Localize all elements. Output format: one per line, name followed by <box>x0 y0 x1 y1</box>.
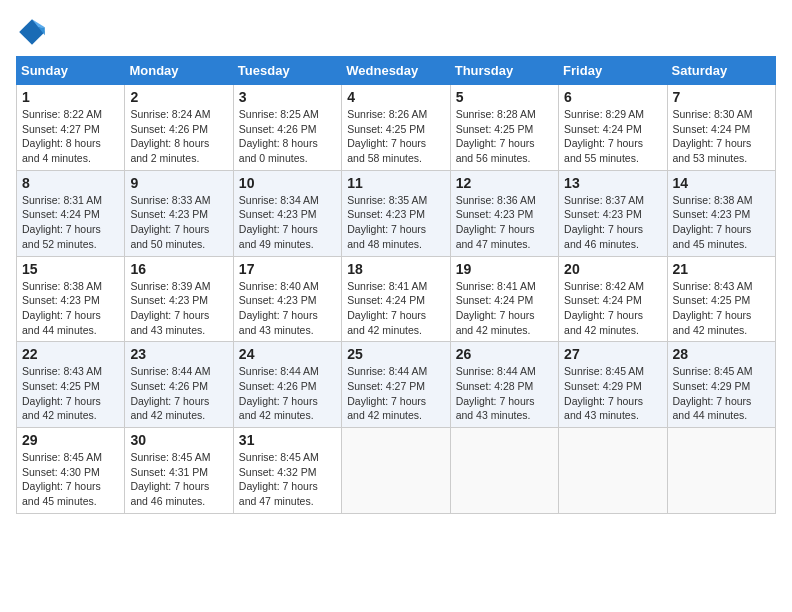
calendar-cell: 25Sunrise: 8:44 AM Sunset: 4:27 PM Dayli… <box>342 342 450 428</box>
calendar-cell: 29Sunrise: 8:45 AM Sunset: 4:30 PM Dayli… <box>17 428 125 514</box>
day-info: Sunrise: 8:37 AM Sunset: 4:23 PM Dayligh… <box>564 193 661 252</box>
day-number: 31 <box>239 432 336 448</box>
calendar-cell: 16Sunrise: 8:39 AM Sunset: 4:23 PM Dayli… <box>125 256 233 342</box>
day-number: 29 <box>22 432 119 448</box>
calendar-cell: 23Sunrise: 8:44 AM Sunset: 4:26 PM Dayli… <box>125 342 233 428</box>
day-number: 7 <box>673 89 770 105</box>
calendar-cell: 5Sunrise: 8:28 AM Sunset: 4:25 PM Daylig… <box>450 85 558 171</box>
day-info: Sunrise: 8:31 AM Sunset: 4:24 PM Dayligh… <box>22 193 119 252</box>
calendar-cell: 11Sunrise: 8:35 AM Sunset: 4:23 PM Dayli… <box>342 170 450 256</box>
day-info: Sunrise: 8:43 AM Sunset: 4:25 PM Dayligh… <box>673 279 770 338</box>
calendar-cell: 18Sunrise: 8:41 AM Sunset: 4:24 PM Dayli… <box>342 256 450 342</box>
calendar-table: SundayMondayTuesdayWednesdayThursdayFrid… <box>16 56 776 514</box>
day-info: Sunrise: 8:38 AM Sunset: 4:23 PM Dayligh… <box>673 193 770 252</box>
calendar-cell <box>450 428 558 514</box>
day-info: Sunrise: 8:40 AM Sunset: 4:23 PM Dayligh… <box>239 279 336 338</box>
weekday-header: Wednesday <box>342 57 450 85</box>
day-info: Sunrise: 8:34 AM Sunset: 4:23 PM Dayligh… <box>239 193 336 252</box>
day-info: Sunrise: 8:41 AM Sunset: 4:24 PM Dayligh… <box>347 279 444 338</box>
calendar-cell: 12Sunrise: 8:36 AM Sunset: 4:23 PM Dayli… <box>450 170 558 256</box>
calendar-cell: 13Sunrise: 8:37 AM Sunset: 4:23 PM Dayli… <box>559 170 667 256</box>
calendar-cell <box>559 428 667 514</box>
day-info: Sunrise: 8:29 AM Sunset: 4:24 PM Dayligh… <box>564 107 661 166</box>
day-info: Sunrise: 8:24 AM Sunset: 4:26 PM Dayligh… <box>130 107 227 166</box>
weekday-header: Sunday <box>17 57 125 85</box>
day-info: Sunrise: 8:41 AM Sunset: 4:24 PM Dayligh… <box>456 279 553 338</box>
calendar-cell: 6Sunrise: 8:29 AM Sunset: 4:24 PM Daylig… <box>559 85 667 171</box>
day-info: Sunrise: 8:38 AM Sunset: 4:23 PM Dayligh… <box>22 279 119 338</box>
calendar-cell: 8Sunrise: 8:31 AM Sunset: 4:24 PM Daylig… <box>17 170 125 256</box>
day-number: 10 <box>239 175 336 191</box>
day-info: Sunrise: 8:30 AM Sunset: 4:24 PM Dayligh… <box>673 107 770 166</box>
day-info: Sunrise: 8:28 AM Sunset: 4:25 PM Dayligh… <box>456 107 553 166</box>
calendar-cell: 1Sunrise: 8:22 AM Sunset: 4:27 PM Daylig… <box>17 85 125 171</box>
weekday-header: Friday <box>559 57 667 85</box>
page-header <box>16 16 776 48</box>
calendar-cell: 9Sunrise: 8:33 AM Sunset: 4:23 PM Daylig… <box>125 170 233 256</box>
weekday-header: Saturday <box>667 57 775 85</box>
calendar-cell: 7Sunrise: 8:30 AM Sunset: 4:24 PM Daylig… <box>667 85 775 171</box>
calendar-week-row: 1Sunrise: 8:22 AM Sunset: 4:27 PM Daylig… <box>17 85 776 171</box>
svg-marker-0 <box>19 19 45 45</box>
calendar-cell: 21Sunrise: 8:43 AM Sunset: 4:25 PM Dayli… <box>667 256 775 342</box>
day-info: Sunrise: 8:33 AM Sunset: 4:23 PM Dayligh… <box>130 193 227 252</box>
calendar-cell: 17Sunrise: 8:40 AM Sunset: 4:23 PM Dayli… <box>233 256 341 342</box>
calendar-week-row: 22Sunrise: 8:43 AM Sunset: 4:25 PM Dayli… <box>17 342 776 428</box>
day-number: 25 <box>347 346 444 362</box>
day-info: Sunrise: 8:44 AM Sunset: 4:26 PM Dayligh… <box>239 364 336 423</box>
weekday-header-row: SundayMondayTuesdayWednesdayThursdayFrid… <box>17 57 776 85</box>
day-info: Sunrise: 8:22 AM Sunset: 4:27 PM Dayligh… <box>22 107 119 166</box>
day-number: 28 <box>673 346 770 362</box>
day-info: Sunrise: 8:36 AM Sunset: 4:23 PM Dayligh… <box>456 193 553 252</box>
calendar-cell: 15Sunrise: 8:38 AM Sunset: 4:23 PM Dayli… <box>17 256 125 342</box>
day-number: 21 <box>673 261 770 277</box>
calendar-cell: 30Sunrise: 8:45 AM Sunset: 4:31 PM Dayli… <box>125 428 233 514</box>
calendar-cell: 27Sunrise: 8:45 AM Sunset: 4:29 PM Dayli… <box>559 342 667 428</box>
calendar-week-row: 8Sunrise: 8:31 AM Sunset: 4:24 PM Daylig… <box>17 170 776 256</box>
day-info: Sunrise: 8:45 AM Sunset: 4:30 PM Dayligh… <box>22 450 119 509</box>
day-number: 14 <box>673 175 770 191</box>
calendar-cell: 20Sunrise: 8:42 AM Sunset: 4:24 PM Dayli… <box>559 256 667 342</box>
day-number: 17 <box>239 261 336 277</box>
day-number: 6 <box>564 89 661 105</box>
day-info: Sunrise: 8:45 AM Sunset: 4:29 PM Dayligh… <box>673 364 770 423</box>
day-info: Sunrise: 8:44 AM Sunset: 4:27 PM Dayligh… <box>347 364 444 423</box>
day-number: 8 <box>22 175 119 191</box>
day-number: 24 <box>239 346 336 362</box>
day-info: Sunrise: 8:45 AM Sunset: 4:32 PM Dayligh… <box>239 450 336 509</box>
calendar-cell: 28Sunrise: 8:45 AM Sunset: 4:29 PM Dayli… <box>667 342 775 428</box>
calendar-cell: 24Sunrise: 8:44 AM Sunset: 4:26 PM Dayli… <box>233 342 341 428</box>
weekday-header: Monday <box>125 57 233 85</box>
day-number: 23 <box>130 346 227 362</box>
day-number: 13 <box>564 175 661 191</box>
day-number: 20 <box>564 261 661 277</box>
day-number: 1 <box>22 89 119 105</box>
day-number: 22 <box>22 346 119 362</box>
day-number: 2 <box>130 89 227 105</box>
calendar-cell: 3Sunrise: 8:25 AM Sunset: 4:26 PM Daylig… <box>233 85 341 171</box>
day-number: 9 <box>130 175 227 191</box>
day-info: Sunrise: 8:39 AM Sunset: 4:23 PM Dayligh… <box>130 279 227 338</box>
day-number: 11 <box>347 175 444 191</box>
weekday-header: Tuesday <box>233 57 341 85</box>
logo-icon <box>16 16 48 48</box>
calendar-week-row: 29Sunrise: 8:45 AM Sunset: 4:30 PM Dayli… <box>17 428 776 514</box>
day-number: 15 <box>22 261 119 277</box>
day-number: 5 <box>456 89 553 105</box>
day-number: 3 <box>239 89 336 105</box>
day-info: Sunrise: 8:25 AM Sunset: 4:26 PM Dayligh… <box>239 107 336 166</box>
day-info: Sunrise: 8:43 AM Sunset: 4:25 PM Dayligh… <box>22 364 119 423</box>
day-info: Sunrise: 8:42 AM Sunset: 4:24 PM Dayligh… <box>564 279 661 338</box>
day-info: Sunrise: 8:26 AM Sunset: 4:25 PM Dayligh… <box>347 107 444 166</box>
calendar-cell: 2Sunrise: 8:24 AM Sunset: 4:26 PM Daylig… <box>125 85 233 171</box>
day-number: 18 <box>347 261 444 277</box>
day-info: Sunrise: 8:45 AM Sunset: 4:29 PM Dayligh… <box>564 364 661 423</box>
calendar-cell: 10Sunrise: 8:34 AM Sunset: 4:23 PM Dayli… <box>233 170 341 256</box>
calendar-week-row: 15Sunrise: 8:38 AM Sunset: 4:23 PM Dayli… <box>17 256 776 342</box>
day-number: 26 <box>456 346 553 362</box>
calendar-cell: 31Sunrise: 8:45 AM Sunset: 4:32 PM Dayli… <box>233 428 341 514</box>
calendar-cell <box>667 428 775 514</box>
calendar-cell: 22Sunrise: 8:43 AM Sunset: 4:25 PM Dayli… <box>17 342 125 428</box>
calendar-cell: 4Sunrise: 8:26 AM Sunset: 4:25 PM Daylig… <box>342 85 450 171</box>
day-number: 30 <box>130 432 227 448</box>
